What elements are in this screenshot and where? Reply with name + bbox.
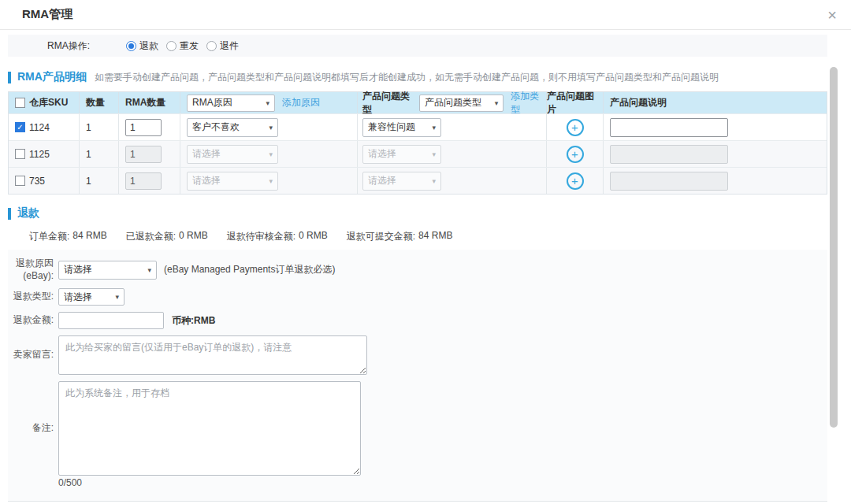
radio-option-return[interactable]: 退件	[206, 39, 239, 53]
remark-textarea[interactable]	[58, 381, 361, 476]
refunded-amount: 已退款金额: 0 RMB	[126, 230, 208, 243]
select-value: 客户不喜欢	[192, 120, 240, 134]
issue-type-select[interactable]: 请选择 ▾	[362, 145, 441, 164]
chevron-down-icon: ▾	[269, 124, 273, 132]
amount-label: 退款可提交金额:	[347, 230, 415, 243]
remark-row: 备注:	[8, 381, 827, 476]
add-image-icon[interactable]: +	[567, 119, 584, 136]
table-row: ✓ 735 1 请选择 ▾ 请选择 ▾ +	[9, 167, 827, 194]
amount-value: 84 RMB	[72, 230, 106, 243]
submittable-amount: 退款可提交金额: 84 RMB	[347, 230, 453, 243]
add-type-link[interactable]: 添加类型	[511, 90, 546, 117]
chevron-down-icon: ▾	[495, 99, 499, 107]
qty-value: 1	[80, 114, 119, 140]
column-header-issue-image: 产品问题图片	[547, 92, 604, 113]
section-accent-bar	[8, 208, 11, 220]
refund-type-select[interactable]: 请选择 ▾	[58, 288, 124, 306]
add-image-icon[interactable]: +	[567, 146, 584, 163]
table-row: ✓ 1124 1 客户不喜欢 ▾ 兼容性问题 ▾ +	[9, 113, 827, 140]
amount-label: 订单金额:	[29, 230, 69, 243]
rma-reason-select[interactable]: 客户不喜欢 ▾	[187, 118, 278, 137]
rma-qty-input[interactable]	[125, 119, 162, 136]
radio-label: 重发	[180, 39, 199, 53]
close-icon[interactable]: ×	[823, 6, 842, 24]
select-value: 请选择	[64, 263, 92, 276]
operation-radios: 退款 重发 退件	[126, 39, 239, 53]
rma-reason-header-select[interactable]: RMA原因 ▾	[187, 94, 275, 112]
refund-reason-hint: (eBay Managed Payments订单退款必选)	[164, 263, 335, 276]
rma-qty-input[interactable]	[125, 172, 162, 190]
detail-section-hint: 如需要手动创建产品问题，产品问题类型和产品问题说明都填写后才能创建成功，如无需手…	[95, 71, 719, 84]
column-header-issue-desc: 产品问题说明	[604, 92, 827, 113]
chevron-down-icon: ▾	[432, 177, 436, 185]
radio-label: 退件	[220, 39, 239, 53]
refund-type-label: 退款类型:	[8, 291, 54, 303]
select-value: 请选择	[192, 174, 221, 187]
refund-reason-label: 退款原因 (eBay):	[8, 258, 54, 282]
column-header-rma-qty: RMA数量	[119, 92, 180, 113]
currency-label: 币种:RMB	[172, 314, 215, 328]
plus-glyph: +	[571, 121, 578, 133]
chevron-down-icon: ▾	[269, 150, 273, 158]
refund-section-title: 退款	[17, 206, 39, 220]
refund-amount-input[interactable]	[58, 312, 164, 329]
sku-value: 735	[29, 176, 45, 187]
rma-dialog: RMA管理 × RMA操作: 退款 重发 退件	[0, 0, 851, 504]
radio-icon	[166, 41, 177, 51]
chevron-down-icon: ▾	[432, 150, 436, 158]
add-reason-link[interactable]: 添加原因	[282, 96, 320, 109]
chevron-down-icon: ▾	[269, 177, 273, 185]
add-image-icon[interactable]: +	[567, 172, 584, 190]
buyer-message-textarea[interactable]	[58, 335, 367, 375]
issue-desc-input[interactable]	[610, 172, 728, 191]
char-counter: 0/500	[58, 477, 82, 488]
rma-reason-select[interactable]: 请选择 ▾	[187, 145, 278, 164]
amount-value: 0 RMB	[179, 230, 208, 243]
select-value: 请选择	[192, 147, 221, 161]
buyer-message-row: 卖家留言:	[8, 335, 827, 375]
chevron-down-icon: ▾	[147, 266, 151, 274]
label-line1: 退款原因	[8, 258, 54, 270]
qty-value: 1	[80, 141, 119, 167]
select-value: 请选择	[368, 147, 396, 161]
pending-review-amount: 退款待审核金额: 0 RMB	[227, 230, 328, 243]
chevron-down-icon: ▾	[432, 124, 436, 132]
issue-desc-input[interactable]	[610, 118, 728, 137]
issue-type-select[interactable]: 兼容性问题 ▾	[362, 118, 441, 137]
radio-icon	[126, 41, 136, 51]
select-value: 请选择	[64, 291, 92, 304]
radio-label: 退款	[139, 39, 158, 53]
issue-type-select[interactable]: 请选择 ▾	[362, 172, 441, 191]
issue-type-header-select[interactable]: 产品问题类型 ▾	[419, 94, 504, 112]
select-value: 产品问题类型	[425, 96, 481, 109]
plus-glyph: +	[571, 148, 578, 160]
radio-icon	[206, 41, 217, 51]
rma-reason-select[interactable]: 请选择 ▾	[187, 172, 278, 191]
chevron-down-icon: ▾	[266, 99, 269, 107]
rma-qty-input[interactable]	[125, 146, 162, 163]
detail-section-header: RMA产品明细 如需要手动创建产品问题，产品问题类型和产品问题说明都填写后才能创…	[8, 70, 827, 84]
issue-desc-input[interactable]	[610, 145, 728, 164]
row-checkbox[interactable]: ✓	[15, 149, 25, 159]
column-header-sku: 仓库SKU	[29, 96, 68, 109]
dialog-title: RMA管理	[22, 7, 72, 22]
sku-value: 1125	[29, 149, 50, 160]
amount-label: 已退款金额:	[126, 230, 176, 243]
vertical-scrollbar-thumb[interactable]	[830, 67, 838, 428]
radio-option-resend[interactable]: 重发	[166, 39, 199, 53]
refund-section-header: 退款	[8, 206, 827, 220]
sku-value: 1124	[29, 122, 50, 133]
remark-counter-row: 0/500	[8, 477, 827, 488]
radio-option-refund[interactable]: 退款	[126, 39, 158, 53]
select-value: 请选择	[368, 174, 396, 187]
row-checkbox[interactable]: ✓	[15, 176, 25, 186]
label-line2: (eBay):	[8, 270, 54, 283]
amount-value: 0 RMB	[299, 230, 328, 243]
refund-form: 退款原因 (eBay): 请选择 ▾ (eBay Managed Payment…	[8, 250, 827, 502]
select-all-checkbox[interactable]: ✓	[15, 98, 25, 108]
plus-glyph: +	[571, 175, 578, 187]
select-value: RMA原因	[192, 96, 232, 109]
row-checkbox[interactable]: ✓	[15, 122, 25, 132]
refund-reason-select[interactable]: 请选择 ▾	[58, 261, 157, 280]
amount-value: 84 RMB	[418, 230, 452, 243]
